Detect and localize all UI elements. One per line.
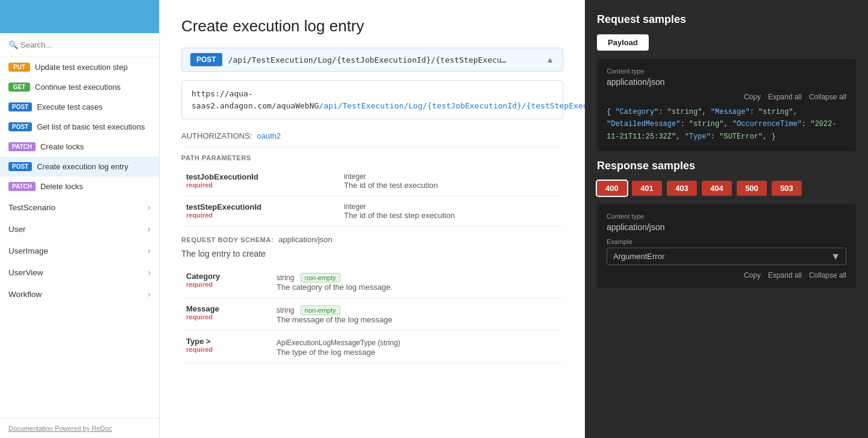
body-param-type: string (276, 306, 294, 314)
url-path: /api/TestExecution/Log/{testJobExecution… (319, 101, 585, 110)
sidebar-item-create-execution-log-entry[interactable]: POST Create execution log entry (0, 157, 159, 177)
sidebar-search-container: 🔍 (0, 33, 159, 57)
chevron-icon-user-image: › (148, 246, 151, 255)
param-name: testJobExecutionId (186, 172, 334, 181)
body-param-required: required (186, 313, 267, 321)
content-type-val-resp: application/json (607, 222, 846, 232)
example-label: Example (607, 238, 846, 245)
param-name: testStepExecutionId (186, 202, 334, 211)
path-params-table: testJobExecutionId required integer The … (181, 166, 563, 227)
content-type-val-req: application/json (607, 77, 846, 87)
sidebar-item-label-delete-locks: Delete locks (40, 182, 151, 191)
copy-button-req[interactable]: Copy (744, 93, 761, 101)
request-samples-title: Request samples (597, 13, 856, 26)
body-param-desc: The message of the log message (276, 315, 558, 324)
sidebar-nav-item-user-image[interactable]: UserImage › (0, 240, 159, 261)
schema-value: application/json (278, 235, 333, 244)
sidebar-item-get-list-basic-executions[interactable]: POST Get list of basic test executions (0, 117, 159, 137)
chevron-icon-test-scenario: › (148, 202, 151, 212)
expand-all-button-req[interactable]: Expand all (768, 93, 802, 101)
body-description: The log entry to create (181, 249, 563, 258)
main-content: Create execution log entry POST /api/Tes… (160, 0, 585, 438)
footer-link[interactable]: Documentation Powered by ReDoc (8, 425, 112, 432)
sidebar-item-continue-test-executions[interactable]: GET Continue test executions (0, 77, 159, 97)
sidebar-item-create-locks[interactable]: PATCH Create locks (0, 137, 159, 157)
content-type-label-resp: Content type (607, 213, 846, 220)
expand-all-button-resp[interactable]: Expand all (768, 271, 802, 280)
collapse-all-button-resp[interactable]: Collapse all (809, 271, 846, 280)
sidebar-nav-item-workflow[interactable]: Workflow › (0, 283, 159, 305)
payload-tab[interactable]: Payload (597, 34, 649, 51)
resp-code-500[interactable]: 500 (737, 181, 767, 196)
param-desc: The id of the test execution (344, 181, 558, 190)
response-code-box: Content type application/json Example Ar… (597, 204, 856, 288)
sidebar-nav-label-user: User (8, 225, 26, 234)
schema-label: REQUEST BODY SCHEMA: (181, 236, 273, 243)
body-param-required: required (186, 281, 267, 288)
auth-value: oauth2 (257, 131, 281, 140)
sidebar: 🔍 PUT Update test execution step GET Con… (0, 0, 160, 438)
sidebar-nav-item-user-view[interactable]: UserView › (0, 261, 159, 283)
sidebar-item-update-test-execution-step[interactable]: PUT Update test execution step (0, 57, 159, 77)
response-codes: 400401403404500503 (597, 181, 856, 196)
code-box-actions-req: Copy Expand all Collapse all (607, 93, 846, 101)
method-badge-create-locks: PATCH (8, 142, 36, 151)
sidebar-item-label-get-list-basic-executions: Get list of basic test executions (37, 122, 151, 131)
example-select[interactable]: ArgumentErrorValidationErrorNotFoundErro… (607, 248, 846, 265)
param-desc: The id of the test step execution (344, 211, 558, 220)
sidebar-item-label-create-execution-log-entry: Create execution log entry (37, 162, 151, 171)
body-param-required: required (186, 346, 267, 353)
sidebar-footer: Documentation Powered by ReDoc (0, 418, 159, 438)
example-select-wrap: ArgumentErrorValidationErrorNotFoundErro… (607, 248, 846, 265)
sidebar-item-delete-locks[interactable]: PATCH Delete locks (0, 177, 159, 196)
body-param-name: Message (186, 304, 267, 313)
content-type-label-req: Content type (607, 67, 846, 75)
url-box: https://aqua-saas2.andagon.com/aquaWebNG… (181, 80, 563, 119)
method-badge-continue-test-executions: GET (8, 83, 30, 92)
sidebar-nav-item-test-scenario[interactable]: TestScenario › (0, 196, 159, 218)
sidebar-nav-label-test-scenario: TestScenario (8, 203, 55, 212)
sidebar-header (0, 0, 159, 33)
sidebar-nav-item-user[interactable]: User › (0, 218, 159, 240)
resp-code-503[interactable]: 503 (772, 181, 802, 196)
body-param-type-row: string non-empty (276, 304, 558, 315)
body-param-desc: The type of the log message (276, 348, 558, 357)
resp-code-404[interactable]: 404 (702, 181, 732, 196)
copy-button-resp[interactable]: Copy (744, 271, 761, 280)
sidebar-item-label-continue-test-executions: Continue test executions (35, 83, 151, 92)
param-required: required (186, 211, 334, 219)
sidebar-item-execute-test-cases[interactable]: POST Execute test cases (0, 97, 159, 117)
url-box-text: https://aqua-saas2.andagon.com/aquaWebNG… (192, 89, 585, 110)
endpoint-bar: POST /api/TestExecution/Log/{testJobExec… (181, 48, 563, 72)
sidebar-item-label-create-locks: Create locks (40, 142, 151, 151)
response-samples-title: Response samples (597, 160, 856, 172)
non-empty-badge: non-empty (301, 305, 340, 315)
sidebar-items-list: PUT Update test execution step GET Conti… (0, 57, 159, 418)
search-icon: 🔍 (8, 40, 18, 49)
param-row-testStepExecutionId: testStepExecutionId required integer The… (181, 196, 563, 227)
body-param-type: string (276, 274, 294, 282)
chevron-icon-user-view: › (148, 267, 151, 277)
method-badge-execute-test-cases: POST (8, 102, 32, 111)
right-panel: Request samples Payload Content type app… (585, 0, 868, 438)
code-content-req: { "Category": "string", "Message": "stri… (607, 106, 846, 143)
resp-code-401[interactable]: 401 (632, 181, 662, 196)
method-badge-delete-locks: PATCH (8, 182, 36, 191)
method-badge-update-test-execution-step: PUT (8, 63, 30, 72)
body-param-name: Category (186, 272, 267, 281)
auth-row: AUTHORIZATIONS: oauth2 (181, 129, 563, 147)
page-title: Create execution log entry (181, 17, 563, 36)
collapse-all-button-req[interactable]: Collapse all (809, 93, 846, 101)
collapse-icon[interactable]: ▲ (546, 55, 554, 64)
chevron-icon-user: › (148, 224, 151, 234)
search-input[interactable] (7, 39, 152, 51)
chevron-icon-workflow: › (148, 289, 151, 299)
body-param-type-row: string non-empty (276, 272, 558, 283)
body-param-Category: Category required string non-empty The c… (181, 266, 563, 298)
param-required: required (186, 181, 334, 189)
body-param-Message: Message required string non-empty The me… (181, 298, 563, 331)
param-type: integer (344, 202, 558, 211)
resp-code-400[interactable]: 400 (597, 181, 627, 196)
resp-code-403[interactable]: 403 (667, 181, 697, 196)
sidebar-nav-label-user-view: UserView (8, 268, 43, 277)
